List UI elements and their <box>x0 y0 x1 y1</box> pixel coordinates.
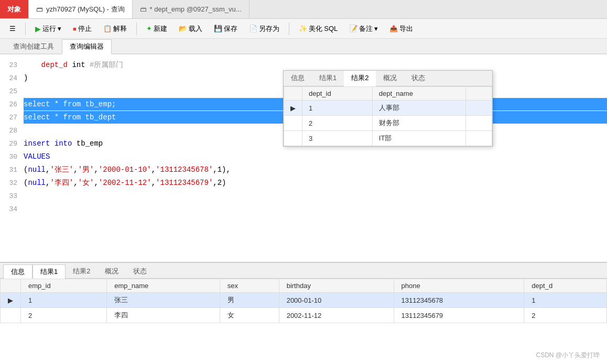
cell-dept_d: 2 <box>524 308 607 323</box>
load-button[interactable]: 📂 载入 <box>175 23 207 35</box>
main-area: 23 dept_d int #所属部门 24 ) 25 26 select * … <box>0 54 607 364</box>
new-icon: ✦ <box>146 25 152 32</box>
popup-col-empty <box>466 87 492 101</box>
sub-tab-creator-label: 查询创建工具 <box>13 42 54 50</box>
code-line-31: 31 (null,'张三','男','2000-01-10','13112345… <box>0 163 607 177</box>
export-button[interactable]: 📤 导出 <box>385 23 417 35</box>
bottom-tab-result1-label: 结果1 <box>40 268 58 275</box>
row-marker: ▶ <box>1 293 21 308</box>
result-table-row[interactable]: 2李四女2002-11-12131123456792 <box>1 308 607 323</box>
row-arrow-cell <box>284 131 302 146</box>
divider-2 <box>136 23 137 35</box>
bottom-tab-bar: 信息 结果1 结果2 概况 状态 <box>0 263 607 279</box>
line-num-27: 27 <box>0 112 24 124</box>
popup-tab-info-label: 信息 <box>291 74 305 82</box>
line-num-28: 28 <box>0 125 24 137</box>
bottom-tab-status[interactable]: 状态 <box>126 264 154 278</box>
run-icon: ▶ <box>35 25 41 33</box>
popup-table-row[interactable]: ▶ 1 人事部 <box>284 101 492 116</box>
code-line-33: 33 <box>0 190 607 203</box>
cell-birthday: 2000-01-10 <box>279 293 394 308</box>
col-dept_d: dept_d <box>524 279 607 293</box>
line-content-23: dept_d int #所属部门 <box>24 59 607 71</box>
save-button[interactable]: 💾 保存 <box>210 23 242 35</box>
save-as-button[interactable]: 📄 另存为 <box>245 23 284 35</box>
cell-dept_d: 1 <box>524 293 607 308</box>
popup-tab-overview[interactable]: 概况 <box>376 71 404 86</box>
export-label: 导出 <box>399 24 413 34</box>
load-label: 载入 <box>189 24 202 34</box>
line-content-32: (null,'李四','女','2002-11-12','13112345679… <box>24 177 607 189</box>
bottom-tab-info[interactable]: 信息 <box>3 264 32 279</box>
popup-tab-overview-label: 概况 <box>383 74 397 82</box>
bottom-tab-result1[interactable]: 结果1 <box>32 264 66 279</box>
popup-tab-result2[interactable]: 结果2 <box>344 71 376 86</box>
comment-label: 备注 <box>359 24 373 34</box>
cell-phone: 13112345679 <box>394 308 524 323</box>
save-icon: 💾 <box>214 25 222 32</box>
bottom-tab-status-label: 状态 <box>133 267 147 275</box>
tab-query[interactable]: 🗃 yzh70927 (MySQL) - 查询 <box>29 0 133 18</box>
explain-icon: 📋 <box>103 25 112 32</box>
popup-table-row[interactable]: 3 IT部 <box>284 131 492 146</box>
beautify-label: 美化 SQL <box>309 24 338 34</box>
new-button[interactable]: ✦ 新建 <box>142 23 171 35</box>
bottom-tab-overview[interactable]: 概况 <box>97 264 126 278</box>
col-birthday: birthday <box>279 279 394 293</box>
divider-3 <box>289 23 289 35</box>
popup-tab-result1[interactable]: 结果1 <box>312 71 344 86</box>
popup-col-dept-name: dept_name <box>372 87 465 101</box>
line-num-23: 23 <box>0 59 24 72</box>
comment-button[interactable]: 📝 备注 ▾ <box>345 23 382 35</box>
tab-dept-icon: 🗃 <box>140 5 147 13</box>
line-content-33 <box>24 190 607 202</box>
col-emp_id: emp_id <box>21 279 107 293</box>
run-label: 运行 <box>42 24 56 34</box>
stop-icon: ■ <box>73 26 77 32</box>
result-table: emp_idemp_namesexbirthdayphonedept_d ▶1张… <box>0 279 607 323</box>
popup-tab-result1-label: 结果1 <box>319 74 337 82</box>
dept-id-cell: 1 <box>302 101 373 116</box>
tab-dept-emp[interactable]: 🗃 * dept_emp @0927_ssm_vu... <box>133 0 250 18</box>
line-num-30: 30 <box>0 151 24 163</box>
hamburger-button[interactable]: ☰ <box>5 23 20 34</box>
stop-button[interactable]: ■ 停止 <box>69 23 96 35</box>
stop-label: 停止 <box>78 24 92 34</box>
sub-tab-editor[interactable]: 查询编辑器 <box>62 39 112 54</box>
result-table-row[interactable]: ▶1张三男2000-01-10131123456781 <box>1 293 607 308</box>
code-line-32: 32 (null,'李四','女','2002-11-12','13112345… <box>0 177 607 190</box>
toolbar: ☰ ▶ 运行 ▾ ■ 停止 📋 解释 ✦ 新建 📂 载入 💾 保存 📄 另存为 … <box>0 19 607 39</box>
popup-tab-status[interactable]: 状态 <box>404 71 432 86</box>
popup-tab-status-label: 状态 <box>411 74 425 82</box>
code-line-34: 34 <box>0 203 607 216</box>
watermark: CSDN @小丫头爱打哔 <box>536 351 600 360</box>
tab-object[interactable]: 对象 <box>0 0 29 18</box>
divider-1 <box>25 23 26 35</box>
hamburger-icon: ☰ <box>9 25 16 32</box>
beautify-icon: ✨ <box>299 25 307 32</box>
col-arrow <box>1 279 21 293</box>
dept-name-cell: 财务部 <box>372 116 465 131</box>
popup-col-deptid <box>284 87 302 101</box>
tab-query-label: yzh70927 (MySQL) - 查询 <box>46 5 125 14</box>
cell-phone: 13112345678 <box>394 293 524 308</box>
run-button[interactable]: ▶ 运行 ▾ <box>31 23 66 35</box>
result-table-container: emp_idemp_namesexbirthdayphonedept_d ▶1张… <box>0 279 607 323</box>
sub-tab-creator[interactable]: 查询创建工具 <box>5 39 62 53</box>
line-num-33: 33 <box>0 190 24 203</box>
result-header-row: emp_idemp_namesexbirthdayphonedept_d <box>1 279 607 293</box>
editor-area[interactable]: 23 dept_d int #所属部门 24 ) 25 26 select * … <box>0 54 607 262</box>
line-content-34 <box>24 203 607 215</box>
line-content-31: (null,'张三','男','2000-01-10','13112345678… <box>24 163 607 176</box>
beautify-button[interactable]: ✨ 美化 SQL <box>295 23 342 35</box>
line-num-31: 31 <box>0 164 24 177</box>
explain-button[interactable]: 📋 解释 <box>99 23 131 35</box>
popup-tab-info[interactable]: 信息 <box>284 71 312 86</box>
bottom-tab-result2[interactable]: 结果2 <box>66 264 97 278</box>
line-num-25: 25 <box>0 85 24 98</box>
tab-bar: 对象 🗃 yzh70927 (MySQL) - 查询 🗃 * dept_emp … <box>0 0 607 19</box>
popup-table: dept_id dept_name ▶ 1 人事部 2 财务部 3 IT部 <box>284 86 492 146</box>
col-sex: sex <box>220 279 279 293</box>
line-num-34: 34 <box>0 203 24 216</box>
popup-table-row[interactable]: 2 财务部 <box>284 116 492 131</box>
